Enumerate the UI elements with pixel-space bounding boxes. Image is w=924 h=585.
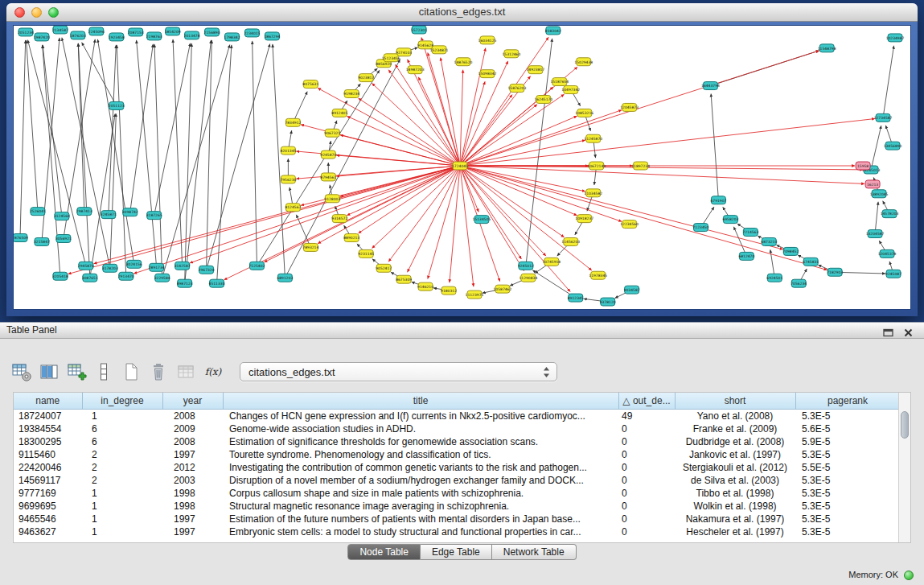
graph-node[interactable]: 9023817 bbox=[358, 74, 374, 82]
graph-node[interactable]: 3087651 bbox=[82, 274, 98, 282]
graph-node[interactable]: 2234015 bbox=[244, 29, 260, 37]
graph-node[interactable]: 6924501 bbox=[766, 274, 782, 282]
graph-node[interactable]: 15876203 bbox=[507, 84, 526, 93]
red-edge[interactable] bbox=[318, 166, 460, 244]
graph-node[interactable]: 11245870 bbox=[584, 134, 602, 142]
graph-node[interactable]: 11548798 bbox=[818, 44, 836, 52]
graph-node[interactable]: 9231145 bbox=[358, 249, 374, 257]
red-edge[interactable] bbox=[318, 88, 460, 166]
tab-network-table[interactable]: Network Table bbox=[492, 544, 577, 560]
graph-node[interactable]: 3178203 bbox=[102, 264, 118, 272]
black-edge[interactable] bbox=[173, 39, 183, 266]
black-edge[interactable] bbox=[875, 202, 878, 234]
red-edge[interactable] bbox=[460, 166, 577, 216]
graph-node[interactable]: 16034125 bbox=[478, 36, 497, 44]
network-canvas[interactable]: 1724045918031291462108675309905241792311… bbox=[13, 25, 911, 310]
black-edge[interactable] bbox=[43, 45, 62, 216]
column-header-0[interactable]: name bbox=[14, 393, 82, 409]
graph-node[interactable]: 1923458 bbox=[109, 33, 125, 41]
graph-node[interactable]: 9146210 bbox=[417, 282, 433, 290]
graph-node[interactable]: 14923817 bbox=[526, 66, 544, 74]
graph-node[interactable]: 11034582 bbox=[584, 189, 602, 197]
graph-node[interactable]: 8912405 bbox=[331, 109, 347, 117]
graph-node[interactable]: 2526041 bbox=[30, 208, 46, 216]
graph-node[interactable]: 4511330 bbox=[209, 279, 225, 287]
graph-node[interactable]: 2891734 bbox=[149, 263, 165, 271]
red-edge[interactable] bbox=[388, 166, 460, 262]
black-edge[interactable] bbox=[90, 113, 115, 278]
red-edge[interactable] bbox=[396, 64, 460, 166]
graph-node[interactable]: 3215847 bbox=[34, 238, 50, 246]
graph-node[interactable]: 9378120 bbox=[600, 298, 616, 306]
graph-node[interactable]: 9245087 bbox=[885, 270, 901, 278]
graph-node[interactable]: 15187654 bbox=[550, 78, 569, 86]
graph-node[interactable]: 11290834 bbox=[519, 274, 537, 282]
graph-node[interactable]: 15134505 bbox=[473, 216, 491, 224]
graph-node[interactable]: 9245870 bbox=[320, 150, 336, 159]
black-edge[interactable] bbox=[109, 45, 117, 215]
graph-node[interactable]: 9198234 bbox=[343, 90, 359, 98]
graph-node[interactable]: 6873210 bbox=[761, 238, 777, 246]
graph-node[interactable]: 3245871 bbox=[101, 211, 117, 219]
graph-node[interactable]: 9145628 bbox=[417, 41, 433, 49]
black-edge[interactable] bbox=[185, 43, 192, 283]
red-edge[interactable] bbox=[301, 166, 460, 205]
red-edge[interactable] bbox=[359, 166, 460, 233]
graph-node[interactable]: 7525402 bbox=[248, 262, 265, 270]
graph-node[interactable]: 12045873 bbox=[620, 103, 639, 111]
red-edge[interactable] bbox=[460, 166, 863, 170]
graph-node[interactable]: 2051234 bbox=[18, 28, 34, 36]
graph-node[interactable]: 1854209 bbox=[165, 27, 181, 35]
table-scrollbar-thumb[interactable] bbox=[901, 411, 909, 439]
black-edge[interactable] bbox=[137, 40, 157, 267]
black-edge[interactable] bbox=[154, 44, 162, 278]
graph-node[interactable]: 2987413 bbox=[76, 208, 92, 216]
graph-node[interactable]: 7214563 bbox=[742, 229, 758, 237]
red-edge[interactable] bbox=[408, 60, 460, 166]
graph-node[interactable]: 8201345 bbox=[280, 146, 296, 154]
table-scrollbar[interactable] bbox=[898, 393, 910, 542]
black-edge[interactable] bbox=[253, 41, 257, 266]
minimize-window-icon[interactable] bbox=[31, 7, 42, 18]
graph-node[interactable]: 7056234 bbox=[791, 279, 807, 287]
red-edge[interactable] bbox=[418, 77, 460, 166]
black-edge[interactable] bbox=[27, 40, 38, 212]
graph-node[interactable]: 9245012 bbox=[518, 262, 534, 270]
black-edge[interactable] bbox=[110, 113, 117, 268]
black-edge[interactable] bbox=[78, 43, 84, 212]
graph-node[interactable]: 6812470 bbox=[738, 252, 754, 260]
graph-node[interactable]: 3024156 bbox=[126, 260, 142, 268]
red-edge[interactable] bbox=[460, 166, 827, 270]
close-panel-icon[interactable] bbox=[904, 326, 913, 340]
graph-node[interactable]: 8183042 bbox=[545, 27, 561, 35]
graph-node[interactable]: 2945870 bbox=[78, 262, 94, 270]
graph-node[interactable]: 10745918 bbox=[542, 257, 561, 266]
graph-node[interactable]: 2967320 bbox=[199, 266, 215, 274]
table-disabled-button[interactable] bbox=[175, 361, 196, 382]
column-header-5[interactable]: short bbox=[675, 393, 795, 409]
graph-node[interactable]: 3142587 bbox=[175, 262, 191, 270]
table-row[interactable]: 977716911998Corpus callosum shape and si… bbox=[14, 487, 900, 500]
row-height-button[interactable] bbox=[93, 361, 114, 382]
new-document-button[interactable] bbox=[121, 361, 142, 382]
graph-node[interactable]: 8794561 bbox=[320, 173, 336, 181]
graph-node[interactable]: 8075631 bbox=[302, 80, 318, 89]
graph-node[interactable]: 11456203 bbox=[561, 238, 580, 246]
table-source-select[interactable]: citations_edges.txt bbox=[240, 362, 557, 381]
graph-node[interactable]: 10672149 bbox=[587, 162, 606, 170]
graph-node[interactable]: 12734587 bbox=[874, 113, 893, 122]
graph-node[interactable]: 8675309 bbox=[396, 275, 412, 283]
red-edge[interactable] bbox=[460, 118, 875, 166]
graph-node[interactable]: 14987203 bbox=[406, 66, 425, 74]
graph-node[interactable]: 14578203 bbox=[881, 210, 899, 218]
graph-node[interactable]: 4987123 bbox=[177, 279, 193, 287]
graph-node[interactable]: 3205418 bbox=[52, 272, 68, 280]
table-row[interactable]: 1456911722003Disruption of a novel membe… bbox=[14, 474, 900, 487]
graph-node[interactable]: 15234871 bbox=[430, 46, 449, 54]
graph-node[interactable]: 3187265 bbox=[146, 212, 162, 220]
graph-node[interactable]: 2051123 bbox=[109, 101, 125, 109]
red-edge[interactable] bbox=[460, 116, 577, 166]
add-column-button[interactable] bbox=[66, 361, 87, 382]
graph-node[interactable]: 7098452 bbox=[782, 247, 799, 255]
graph-node[interactable]: 16443794 bbox=[701, 82, 720, 90]
